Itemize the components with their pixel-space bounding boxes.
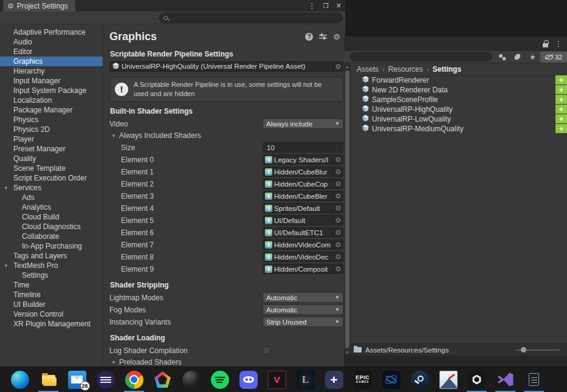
sidebar-item-adaptive-performance[interactable]: Adaptive Performance [0,27,103,37]
zoom-slider[interactable] [516,349,560,351]
object-picker-icon[interactable]: ⊙ [333,241,342,249]
object-picker-icon[interactable]: ⊙ [333,156,342,163]
object-picker-icon[interactable]: ⊙ [333,265,342,273]
sidebar-item-editor[interactable]: Editor [0,47,103,57]
log-shader-compilation-checkbox[interactable] [263,346,270,354]
sidebar-item-scene-template[interactable]: Scene Template [0,163,103,173]
breadcrumb-assets[interactable]: Assets [357,65,379,74]
favorites-button[interactable]: ★ [525,52,540,63]
always-included-shaders-foldout[interactable]: ▼ Always Included Shaders [109,130,345,142]
instancing-variants-dropdown[interactable]: Strip Unused▼ [263,317,343,327]
taskbar-eclipse-icon[interactable] [91,367,120,392]
project-search-field[interactable] [350,52,492,61]
close-icon[interactable]: ✕ [336,2,342,10]
project-item-forwardrenderer[interactable]: ForwardRenderer [351,75,567,85]
search-by-label-button[interactable] [510,52,525,63]
srp-object-field[interactable]: UniversalRP-HighQuality (Universal Rende… [109,61,343,72]
lock-icon[interactable] [543,43,548,47]
sidebar-item-cloud-diagnostics[interactable]: Cloud Diagnostics [0,222,103,232]
settings-search-field[interactable] [159,13,343,23]
taskbar-pentagon-icon[interactable] [148,367,177,392]
project-item-universalrp-highquality[interactable]: UniversalRP-HighQuality [351,105,567,114]
add-button[interactable]: + [555,114,567,123]
sidebar-item-version-control[interactable]: Version Control [0,309,103,319]
sidebar-item-ads[interactable]: Ads [0,193,103,202]
taskbar-epic-icon[interactable]: EPICGAMES [348,367,377,392]
sidebar-item-collaborate[interactable]: Collaborate [0,232,103,241]
sidebar-item-time[interactable]: Time [0,280,103,290]
panel-menu-icon[interactable]: ⋮ [555,40,562,48]
settings-search-input[interactable] [168,15,329,22]
hidden-count-button[interactable]: 32 [540,52,567,63]
object-picker-icon[interactable]: ⊙ [333,192,342,200]
project-search-input[interactable] [351,55,484,63]
sidebar-item-analytics[interactable]: Analytics [0,202,103,212]
add-button[interactable]: + [555,75,567,84]
taskbar-photos-icon[interactable] [434,367,462,392]
fog-modes-dropdown[interactable]: Automatic▼ [263,304,343,315]
object-picker-icon[interactable]: ⊙ [333,204,342,212]
lightmap-modes-dropdown[interactable]: Automatic▼ [263,292,343,303]
taskbar-steam-icon[interactable] [405,367,434,392]
taskbar-league-icon[interactable]: L [291,367,320,392]
project-item-universalrp-lowquality[interactable]: UniversalRP-LowQuality [351,114,567,124]
preloaded-shaders-foldout[interactable]: ▼ Preloaded Shaders [109,357,345,366]
sidebar-item-in-app-purchasing[interactable]: In-App Purchasing [0,241,103,251]
taskbar-mail-icon[interactable]: 26 [63,367,91,392]
taskbar-chrome-icon[interactable] [120,367,148,392]
help-icon[interactable]: ? [305,33,313,41]
project-vertical-scrollbar[interactable]: ▲ ▼ [344,63,351,356]
object-picker-icon[interactable]: ⊙ [333,180,342,188]
sidebar-item-settings[interactable]: Settings [0,270,103,280]
element-2-object-field[interactable]: SHidden/CubeCop⊙ [263,179,343,189]
sidebar-item-localization[interactable]: Localization [0,95,103,105]
sidebar-item-graphics[interactable]: Graphics [0,57,103,66]
search-by-type-button[interactable] [495,52,510,63]
sidebar-item-input-manager[interactable]: Input Manager [0,76,103,86]
sidebar-item-quality[interactable]: Quality [0,154,103,163]
taskbar-vs-icon[interactable] [491,367,520,392]
zoom-slider-knob[interactable] [521,347,526,352]
sidebar-item-xr-plugin-management[interactable]: XR Plugin Management [0,319,103,329]
sidebar-item-textmesh-pro[interactable]: ▼TextMesh Pro [0,261,103,270]
taskbar-plusapp-icon[interactable]: + [320,367,348,392]
sidebar-item-timeline[interactable]: Timeline [0,290,103,300]
taskbar-explorer-icon[interactable] [34,367,63,392]
sidebar-item-audio[interactable]: Audio [0,37,103,47]
element-6-object-field[interactable]: SUI/DefaultETC1⊙ [263,227,343,238]
sidebar-item-preset-manager[interactable]: Preset Manager [0,144,103,154]
element-0-object-field[interactable]: SLegacy Shaders/I⊙ [263,154,343,165]
element-8-object-field[interactable]: SHidden/VideoDec⊙ [263,252,343,262]
sidebar-item-hierarchy[interactable]: Hierarchy [0,66,103,76]
taskbar-notepad-icon[interactable] [520,367,548,392]
sidebar-item-ui-builder[interactable]: UI Builder [0,300,103,309]
object-picker-icon[interactable]: ⊙ [333,216,342,224]
sidebar-item-cloud-build[interactable]: Cloud Build [0,212,103,222]
foldout-triangle-icon[interactable]: ▼ [4,263,9,269]
sidebar-item-input-system-package[interactable]: Input System Package [0,86,103,95]
add-button[interactable]: + [555,105,567,114]
element-3-object-field[interactable]: SHidden/CubeBler⊙ [263,191,343,201]
gear-icon[interactable]: ⚙ [333,33,340,41]
object-picker-icon[interactable]: ⊙ [333,168,342,176]
element-9-object-field[interactable]: SHidden/Composit⊙ [263,264,343,274]
project-item-universalrp-mediumquality[interactable]: UniversalRP-MediumQuality [351,124,567,134]
project-item-new-2d-renderer-data[interactable]: New 2D Renderer Data [351,85,567,95]
object-picker-icon[interactable]: ⊙ [333,229,342,236]
project-settings-tab[interactable]: ⚙ Project Settings [3,0,75,12]
sidebar-item-physics-2d[interactable]: Physics 2D [0,125,103,134]
element-5-object-field[interactable]: SUI/Default⊙ [263,215,343,225]
add-button[interactable]: + [555,124,567,133]
sidebar-item-player[interactable]: Player [0,134,103,144]
add-button[interactable]: + [555,85,567,94]
scrollbar-thumb[interactable] [345,70,349,348]
window-menu-icon[interactable]: ⋮ [308,1,316,10]
scroll-down-icon[interactable]: ▼ [344,349,351,356]
object-picker-icon[interactable]: ⊙ [333,253,342,261]
taskbar-unity-icon[interactable] [462,367,491,392]
video-dropdown[interactable]: Always include ▼ [263,119,343,129]
sidebar-item-physics[interactable]: Physics [0,115,103,125]
taskbar-discord-icon[interactable] [234,367,263,392]
foldout-triangle-icon[interactable]: ▼ [4,185,9,191]
sidebar-item-services[interactable]: ▼Services [0,183,103,193]
